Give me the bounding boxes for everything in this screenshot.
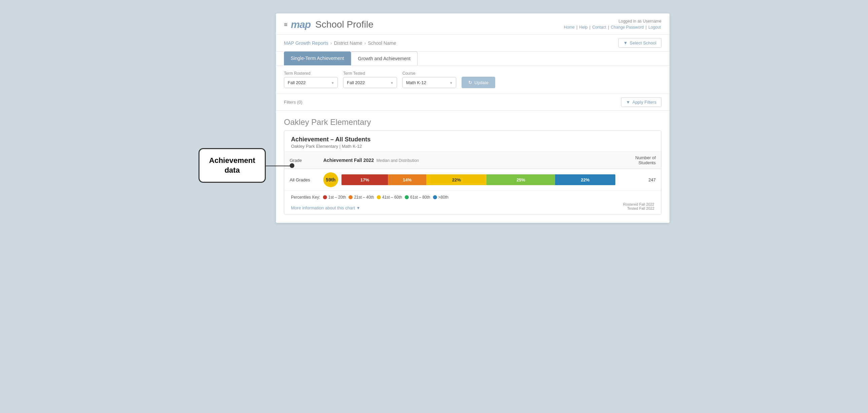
term-tested-label: Term Tested — [343, 71, 397, 76]
key-item-yellow: 41st – 60th — [377, 195, 402, 200]
course-wrapper: Math K-12 — [402, 77, 456, 88]
course-label: Course — [402, 71, 456, 76]
annotation-box: Achievement data — [198, 148, 266, 183]
key-range-yellow: 41st – 60th — [382, 195, 402, 200]
select-school-label: Select School — [630, 40, 657, 46]
median-circle: 59th — [323, 172, 338, 187]
th-achievement: Achievement Fall 2022 Median and Distrib… — [318, 152, 621, 169]
nav-logout[interactable]: Logout — [648, 25, 661, 30]
th-achievement-sub: Median and Distribution — [376, 158, 419, 163]
card-header: Achievement – All Students Oakley Park E… — [284, 130, 661, 152]
card-subtitle: Oakley Park Elementary | Math K-12 — [291, 144, 654, 149]
breadcrumb-sep-2: › — [364, 40, 366, 46]
apply-filters-label: Apply Filters — [632, 100, 656, 105]
controls-section: Term Rostered Fall 2022 Term Tested Fall… — [276, 66, 670, 94]
nav-change-password[interactable]: Change Password — [611, 25, 644, 30]
percentile-key: Percentiles Key: 1st – 20th 21st – 40th … — [284, 191, 661, 202]
dist-bar-row: 59th 17% 14% 22% 25% 22% — [323, 172, 615, 187]
header-right: Logged in as Username Home | Help | Cont… — [563, 19, 661, 30]
key-range-orange: 21st – 40th — [354, 195, 374, 200]
percentile-key-label: Percentiles Key: — [291, 195, 320, 200]
course-select[interactable]: Math K-12 — [402, 77, 456, 88]
main-panel: ≡ map School Profile Logged in as Userna… — [276, 13, 670, 223]
term-rostered-group: Term Rostered Fall 2022 — [284, 71, 338, 88]
map-logo: map — [291, 19, 311, 30]
key-item-blue: >80th — [433, 195, 448, 200]
more-info-anchor[interactable]: More information about this chart — [291, 205, 355, 210]
more-info-link[interactable]: More information about this chart ▼ — [291, 205, 360, 210]
key-item-red: 1st – 20th — [323, 195, 346, 200]
breadcrumb-district: District Name — [334, 40, 362, 46]
term-rostered-select[interactable]: Fall 2022 — [284, 77, 338, 88]
breadcrumb-bar: MAP Growth Reports › District Name › Sch… — [276, 35, 670, 52]
th-grade: Grade — [284, 152, 318, 169]
term-rostered-label: Term Rostered — [284, 71, 338, 76]
footer-note: Rostered Fall 2022 Tested Fall 2022 — [623, 202, 654, 210]
select-school-button[interactable]: ▼ Select School — [618, 38, 661, 48]
footer-rostered: Rostered Fall 2022 — [623, 202, 654, 206]
update-label: Update — [474, 80, 489, 85]
annotation-line — [265, 166, 292, 166]
breadcrumb: MAP Growth Reports › District Name › Sch… — [284, 40, 396, 46]
filters-label: Filters (0) — [284, 100, 303, 105]
key-dot-blue — [433, 195, 437, 199]
apply-filters-arrow-icon: ▼ — [626, 100, 630, 105]
key-dot-green — [405, 195, 409, 199]
school-name-section: Oakley Park Elementary — [276, 111, 670, 130]
bar-seg-yellow: 22% — [426, 174, 487, 185]
card-title: Achievement – All Students — [291, 136, 654, 143]
course-group: Course Math K-12 — [402, 71, 456, 88]
students-cell: 247 — [621, 169, 661, 191]
key-range-red: 1st – 20th — [328, 195, 346, 200]
term-tested-wrapper: Fall 2022 — [343, 77, 397, 88]
nav-home[interactable]: Home — [564, 25, 575, 30]
key-dot-yellow — [377, 195, 381, 199]
key-item-orange: 21st – 40th — [348, 195, 374, 200]
chart-cell: 59th 17% 14% 22% 25% 22% — [318, 169, 621, 191]
annotation-text: Achievement data — [208, 156, 257, 175]
bar-seg-green-light: 25% — [487, 174, 555, 185]
annotation-dot — [290, 163, 294, 168]
refresh-icon: ↻ — [468, 80, 472, 85]
term-rostered-wrapper: Fall 2022 — [284, 77, 338, 88]
apply-filters-button[interactable]: ▼ Apply Filters — [621, 97, 661, 107]
tab-single-term[interactable]: Single-Term Achievement — [284, 52, 351, 65]
key-item-green: 61st – 80th — [405, 195, 430, 200]
nav-links: Home | Help | Contact | Change Password … — [563, 25, 661, 30]
tabs-bar: Single-Term Achievement Growth and Achie… — [276, 52, 670, 66]
update-button[interactable]: ↻ Update — [462, 77, 495, 88]
achievement-card: Achievement – All Students Oakley Park E… — [284, 130, 661, 215]
key-range-blue: >80th — [438, 195, 448, 200]
nav-contact[interactable]: Contact — [592, 25, 606, 30]
bar-seg-red: 17% — [341, 174, 388, 185]
bar-container: 17% 14% 22% 25% 22% — [341, 174, 615, 185]
key-dot-orange — [348, 195, 352, 199]
header: ≡ map School Profile Logged in as Userna… — [276, 13, 670, 35]
dropdowns-row: Term Rostered Fall 2022 Term Tested Fall… — [284, 71, 661, 88]
select-school-arrow-icon: ▼ — [623, 40, 628, 46]
footer-tested: Tested Fall 2022 — [623, 206, 654, 210]
grade-cell: All Grades — [284, 169, 318, 191]
key-dot-red — [323, 195, 327, 199]
hamburger-icon[interactable]: ≡ — [284, 21, 288, 28]
page-title: School Profile — [315, 19, 373, 30]
breadcrumb-sep-1: › — [330, 40, 332, 46]
table-row: All Grades 59th 17% 14% 22% 25% 22% — [284, 169, 661, 191]
breadcrumb-school: School Name — [368, 40, 396, 46]
breadcrumb-map-growth[interactable]: MAP Growth Reports — [284, 40, 328, 46]
more-info-chevron-icon: ▼ — [356, 206, 360, 210]
term-tested-group: Term Tested Fall 2022 — [343, 71, 397, 88]
filters-row: Filters (0) ▼ Apply Filters — [276, 94, 670, 111]
bar-seg-blue: 22% — [555, 174, 615, 185]
th-students: Number of Students — [621, 152, 661, 169]
achievement-table: Grade Achievement Fall 2022 Median and D… — [284, 152, 661, 191]
tab-growth-achievement[interactable]: Growth and Achievement — [351, 52, 417, 65]
th-achievement-label: Achievement Fall 2022 — [323, 157, 374, 163]
term-tested-select[interactable]: Fall 2022 — [343, 77, 397, 88]
bar-seg-orange: 14% — [388, 174, 426, 185]
school-name: Oakley Park Elementary — [284, 117, 661, 127]
nav-help[interactable]: Help — [579, 25, 588, 30]
header-left: ≡ map School Profile — [284, 19, 373, 30]
logged-in-text: Logged in as Username — [563, 19, 661, 24]
key-range-green: 61st – 80th — [410, 195, 430, 200]
